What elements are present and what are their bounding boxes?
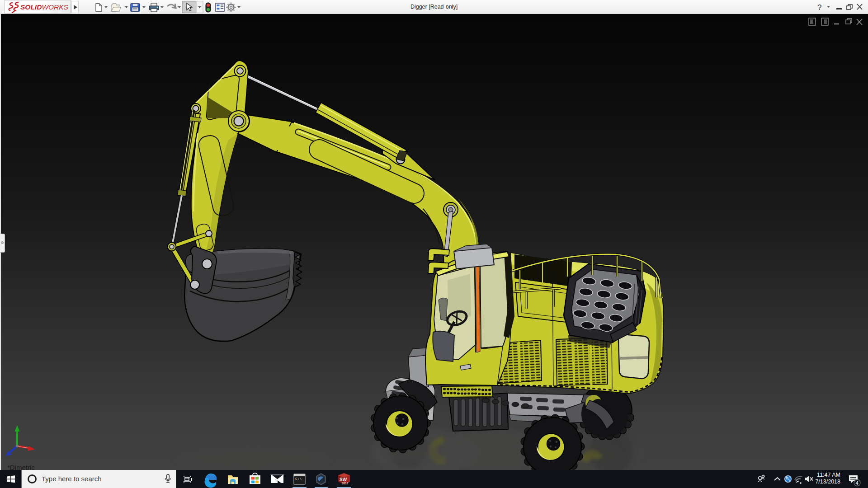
svg-text:4: 4	[856, 480, 859, 486]
svg-text:C:\_: C:\_	[295, 477, 304, 481]
svg-text:*Dimetric: *Dimetric	[7, 464, 35, 470]
svg-text:?: ?	[817, 3, 821, 12]
svg-text:2017: 2017	[342, 482, 349, 485]
